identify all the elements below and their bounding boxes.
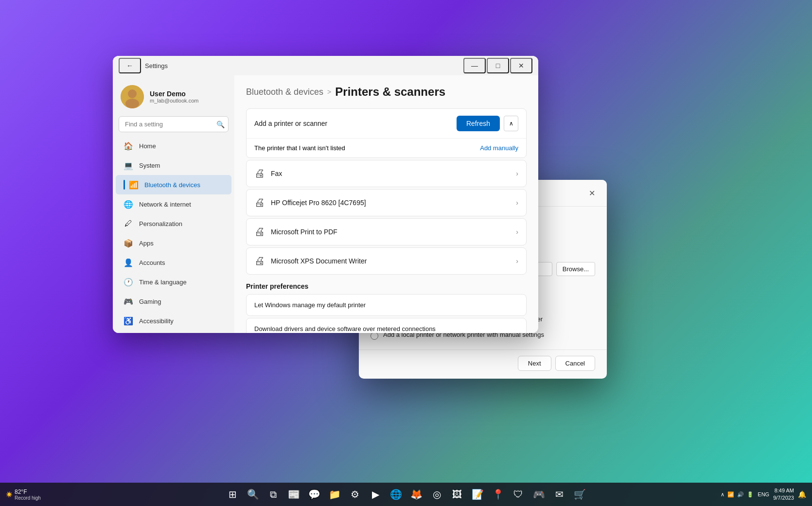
- taskbar-center: ⊞ 🔍 ⧉ 📰 💬 📁 ⚙ ▶ 🌐 🦊 ◎ 🖼 📝 📍 🛡 🎮 ✉ 🛒: [224, 486, 588, 503]
- maps-button[interactable]: 📍: [489, 486, 507, 503]
- user-profile: User Demo m_lab@outlook.com: [113, 79, 234, 116]
- store-button[interactable]: 🛒: [571, 486, 588, 503]
- sidebar-item-privacy[interactable]: 🔒 Privacy & security: [116, 331, 231, 333]
- printer-chevron-icon: ›: [516, 257, 518, 265]
- user-info: User Demo m_lab@outlook.com: [150, 90, 227, 104]
- chrome-button[interactable]: ◎: [428, 486, 445, 503]
- printer-chevron-icon: ›: [516, 228, 518, 236]
- network-icon[interactable]: 📶: [727, 491, 734, 498]
- sidebar-item-home[interactable]: 🏠 Home: [116, 136, 231, 156]
- weather-temp: 82°F: [15, 489, 41, 495]
- printer-icon: 🖨: [254, 196, 265, 209]
- printer-item[interactable]: 🖨 Microsoft Print to PDF ›: [246, 218, 527, 245]
- system-tray: ∧ 📶 🔊 🔋: [721, 491, 754, 498]
- pref-item: Download drivers and device software ove…: [246, 318, 527, 333]
- printer-icon: 🖨: [254, 167, 265, 180]
- nav-icon-home: 🏠: [124, 141, 133, 151]
- dialog-footer: Next Cancel: [359, 349, 607, 379]
- cancel-button[interactable]: Cancel: [555, 356, 595, 371]
- security-button[interactable]: 🛡: [510, 486, 527, 503]
- printer-item[interactable]: 🖨 Fax ›: [246, 160, 527, 187]
- sidebar-item-accessibility[interactable]: ♿ Accessibility: [116, 311, 231, 331]
- sidebar-item-personalization[interactable]: 🖊 Personalization: [116, 214, 231, 233]
- printer-chevron-icon: ›: [516, 199, 518, 207]
- sidebar-item-system[interactable]: 💻 System: [116, 156, 231, 175]
- clock-time: 8:49 AM: [773, 487, 794, 494]
- printer-item[interactable]: 🖨 HP Officejet Pro 8620 [4C7695] ›: [246, 189, 527, 216]
- add-manually-link[interactable]: Add manually: [480, 144, 518, 152]
- breadcrumb: Bluetooth & devices > Printers & scanner…: [246, 85, 527, 99]
- edge-button[interactable]: 🌐: [387, 486, 405, 503]
- add-printer-header: Add a printer or scanner Refresh ∧: [247, 109, 526, 138]
- window-controls: — □ ✕: [463, 58, 532, 73]
- taskbar: ☀️ 82°F Record high ⊞ 🔍 ⧉ 📰 💬 📁 ⚙ ▶ 🌐 🦊 …: [0, 483, 812, 506]
- window-title: Settings: [145, 62, 168, 70]
- mail-button[interactable]: ✉: [550, 486, 568, 503]
- nav-label-home: Home: [139, 142, 156, 150]
- search-taskbar-button[interactable]: 🔍: [244, 486, 262, 503]
- breadcrumb-current: Printers & scanners: [335, 85, 445, 99]
- next-button[interactable]: Next: [518, 356, 551, 371]
- collapse-button[interactable]: ∧: [504, 116, 518, 131]
- tray-arrow[interactable]: ∧: [721, 491, 724, 498]
- user-email: m_lab@outlook.com: [150, 98, 227, 104]
- printer-item[interactable]: 🖨 Microsoft XPS Document Writer ›: [246, 247, 527, 275]
- printer-item-left: 🖨 Microsoft Print to PDF: [254, 226, 337, 238]
- terminal-button[interactable]: ▶: [367, 486, 384, 503]
- nav-icon-gaming: 🎮: [124, 297, 133, 306]
- explorer-button[interactable]: 📁: [326, 486, 343, 503]
- svg-point-1: [128, 89, 137, 98]
- nav-label-accessibility: Accessibility: [139, 317, 174, 325]
- nav-icon-accounts: 👤: [124, 258, 133, 267]
- taskview-button[interactable]: ⧉: [265, 486, 282, 503]
- printer-icon: 🖨: [254, 226, 265, 238]
- volume-icon[interactable]: 🔊: [737, 491, 744, 498]
- nav-label-network: Network & internet: [139, 201, 191, 208]
- main-content: Bluetooth & devices > Printers & scanner…: [234, 75, 538, 333]
- notification-button[interactable]: 🔔: [798, 490, 806, 498]
- nav-icon-time: 🕐: [124, 277, 133, 287]
- close-button[interactable]: ✕: [510, 58, 532, 73]
- window-body: User Demo m_lab@outlook.com 🔍 🏠 Home💻 Sy…: [113, 75, 538, 333]
- weather-desc: Record high: [15, 495, 41, 501]
- battery-icon[interactable]: 🔋: [747, 491, 754, 498]
- refresh-button[interactable]: Refresh: [457, 116, 500, 131]
- sidebar-item-network[interactable]: 🌐 Network & internet: [116, 194, 231, 214]
- search-input[interactable]: [119, 116, 229, 132]
- firefox-button[interactable]: 🦊: [407, 486, 425, 503]
- browse-button[interactable]: Browse...: [556, 262, 595, 276]
- sidebar-item-apps[interactable]: 📦 Apps: [116, 233, 231, 253]
- sidebar-item-gaming[interactable]: 🎮 Gaming: [116, 292, 231, 311]
- radio-local[interactable]: [371, 332, 378, 340]
- settings-taskbar-button[interactable]: ⚙: [346, 486, 364, 503]
- sidebar-item-time[interactable]: 🕐 Time & language: [116, 272, 231, 292]
- sidebar-item-accounts[interactable]: 👤 Accounts: [116, 253, 231, 272]
- printer-chevron-icon: ›: [516, 170, 518, 177]
- xbox-button[interactable]: 🎮: [530, 486, 547, 503]
- maximize-button[interactable]: □: [487, 58, 509, 73]
- not-listed-row: The printer that I want isn't listed Add…: [247, 138, 526, 157]
- minimize-button[interactable]: —: [463, 58, 486, 73]
- search-icon: 🔍: [216, 121, 225, 128]
- nav-label-time: Time & language: [139, 279, 187, 286]
- photos-button[interactable]: 🖼: [448, 486, 466, 503]
- chat-button[interactable]: 💬: [305, 486, 323, 503]
- taskbar-left: ☀️ 82°F Record high: [6, 489, 41, 501]
- start-button[interactable]: ⊞: [224, 486, 241, 503]
- printer-name: Microsoft XPS Document Writer: [271, 257, 367, 265]
- user-name: User Demo: [150, 90, 227, 98]
- add-printer-controls: Refresh ∧: [457, 116, 518, 131]
- breadcrumb-parent[interactable]: Bluetooth & devices: [246, 87, 323, 97]
- sidebar-item-bluetooth[interactable]: 📶 Bluetooth & devices: [116, 175, 231, 194]
- nav-icon-apps: 📦: [124, 238, 133, 248]
- pref-list: Let Windows manage my default printerDow…: [246, 294, 527, 333]
- add-printer-label: Add a printer or scanner: [254, 120, 327, 127]
- widgets-button[interactable]: 📰: [285, 486, 302, 503]
- weather-widget: ☀️ 82°F Record high: [6, 489, 41, 501]
- notepad-button[interactable]: 📝: [469, 486, 486, 503]
- dialog-close-button[interactable]: ✕: [584, 186, 599, 200]
- search-box: 🔍: [119, 116, 229, 132]
- printer-name: Microsoft Print to PDF: [271, 228, 337, 236]
- nav-icon-accessibility: ♿: [124, 316, 133, 326]
- back-button[interactable]: ←: [119, 58, 141, 73]
